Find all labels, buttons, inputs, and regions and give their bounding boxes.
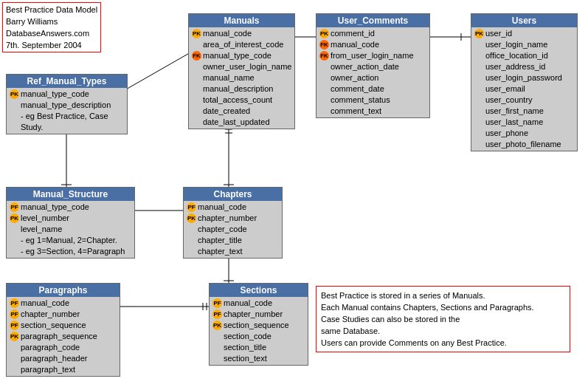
entity-sections: Sections PFmanual_code PFchapter_number … <box>209 283 308 366</box>
title-box: Best Practice Data Model Barry Williams … <box>2 2 101 52</box>
entity-user-comments: User_Comments PKcomment_id FKmanual_code… <box>316 13 430 118</box>
entity-sections-body: PFmanual_code PFchapter_number PKsection… <box>210 297 308 365</box>
entity-paragraphs-header: Paragraphs <box>7 284 120 297</box>
info-box-text: Best Practice is stored in a series of M… <box>321 291 534 347</box>
entity-sections-header: Sections <box>210 284 308 297</box>
entity-ref-manual-types-body: PKmanual_type_code manual_type_descripti… <box>7 88 127 134</box>
entity-ref-manual-types: Ref_Manual_Types PKmanual_type_code manu… <box>6 74 128 134</box>
diagram-container: Best Practice Data Model Barry Williams … <box>0 0 588 390</box>
info-box: Best Practice is stored in a series of M… <box>316 286 570 352</box>
entity-manual-structure-body: PFmanual_type_code PKlevel_number level_… <box>7 201 134 258</box>
entity-manual-structure-header: Manual_Structure <box>7 188 134 201</box>
entity-chapters: Chapters PFmanual_code PKchapter_number … <box>183 187 283 259</box>
entity-paragraphs: Paragraphs PFmanual_code PFchapter_numbe… <box>6 283 120 377</box>
entity-chapters-body: PFmanual_code PKchapter_number chapter_c… <box>184 201 282 258</box>
entity-manual-structure: Manual_Structure PFmanual_type_code PKle… <box>6 187 135 259</box>
entity-manuals-header: Manuals <box>189 14 294 27</box>
entity-users: Users PKuser_id user_login_name office_l… <box>471 13 578 151</box>
entity-users-body: PKuser_id user_login_name office_locatio… <box>471 27 577 151</box>
title-line4: 7th. September 2004 <box>6 39 97 51</box>
title-line1: Best Practice Data Model <box>6 4 97 16</box>
entity-users-header: Users <box>471 14 577 27</box>
title-line2: Barry Williams <box>6 16 97 27</box>
entity-user-comments-header: User_Comments <box>317 14 429 27</box>
entity-manuals: Manuals PKmanual_code area_of_interest_c… <box>188 13 295 129</box>
entity-user-comments-body: PKcomment_id FKmanual_code FKfrom_user_l… <box>317 27 429 117</box>
title-line3: DatabaseAnswers.com <box>6 27 97 39</box>
entity-chapters-header: Chapters <box>184 188 282 201</box>
entity-manuals-body: PKmanual_code area_of_interest_code FKma… <box>189 27 294 129</box>
entity-ref-manual-types-header: Ref_Manual_Types <box>7 75 127 88</box>
entity-paragraphs-body: PFmanual_code PFchapter_number PFsection… <box>7 297 120 376</box>
